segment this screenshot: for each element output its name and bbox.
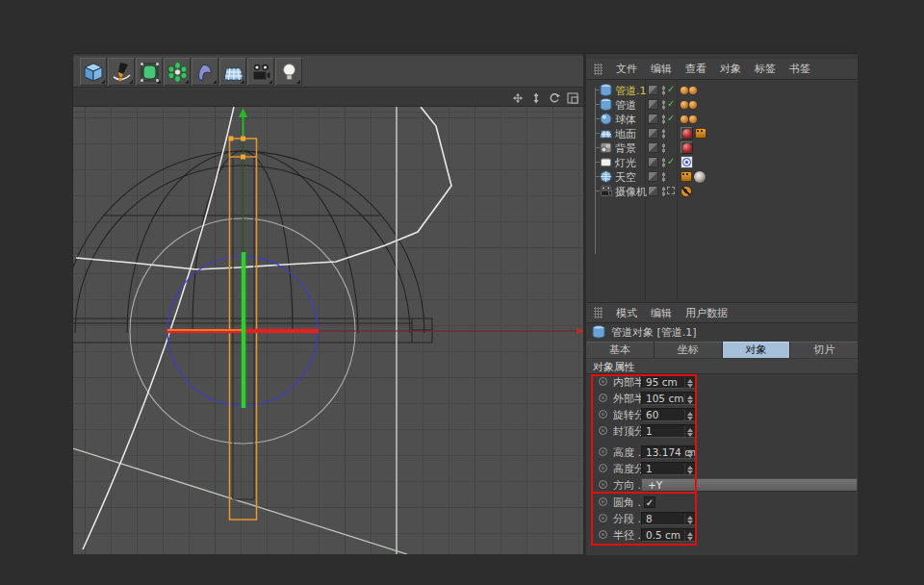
- pan-view-icon[interactable]: [512, 92, 524, 104]
- spinner-stepper[interactable]: [684, 426, 694, 438]
- visibility-dots[interactable]: [662, 86, 665, 95]
- keyframe-radio[interactable]: [599, 480, 607, 489]
- cap-segments-input[interactable]: 1: [641, 424, 696, 438]
- panel-grip-icon[interactable]: [594, 307, 603, 318]
- om-menu-bookmark[interactable]: 书签: [789, 62, 810, 76]
- object-row-camera[interactable]: 摄像机: [586, 184, 858, 198]
- object-name[interactable]: 摄像机: [615, 185, 647, 199]
- spline-pen-button[interactable]: [108, 58, 135, 86]
- floor-environment-button[interactable]: [219, 58, 246, 86]
- am-menu-edit[interactable]: 编辑: [651, 306, 672, 320]
- object-name[interactable]: 背景: [615, 141, 636, 156]
- object-row-sphere[interactable]: 球体 ✓: [586, 112, 858, 126]
- spinner-stepper[interactable]: [684, 464, 694, 475]
- array-generator-button[interactable]: [164, 58, 191, 86]
- visibility-dots[interactable]: [662, 114, 665, 124]
- keyframe-radio[interactable]: [599, 447, 607, 456]
- spinner-stepper[interactable]: [684, 377, 694, 389]
- om-menu-object[interactable]: 对象: [720, 62, 741, 76]
- keyframe-radio[interactable]: [599, 377, 607, 386]
- layer-toggle[interactable]: [648, 128, 658, 139]
- dolly-zoom-icon[interactable]: [530, 92, 542, 104]
- object-name[interactable]: 球体: [615, 113, 636, 127]
- rotate-view-icon[interactable]: [549, 92, 560, 104]
- enabled-check[interactable]: ✓: [667, 156, 675, 166]
- layer-toggle[interactable]: [648, 171, 658, 182]
- enabled-check[interactable]: ✓: [667, 113, 675, 123]
- keyframe-radio[interactable]: [599, 464, 607, 472]
- tab-slice[interactable]: 切片: [790, 342, 858, 358]
- outer-radius-input[interactable]: 105 cm: [641, 392, 696, 405]
- object-name[interactable]: 天空: [615, 170, 636, 185]
- protection-tag[interactable]: [680, 186, 692, 197]
- rotation-segments-input[interactable]: 60: [641, 408, 696, 421]
- light-button[interactable]: [275, 58, 302, 86]
- light-target-tag[interactable]: [680, 156, 693, 168]
- om-menu-tag[interactable]: 标签: [755, 62, 776, 76]
- fillet-radius-input[interactable]: 0.5 cm: [641, 528, 696, 542]
- object-row-tube[interactable]: 管道 ✓: [586, 97, 858, 112]
- visibility-dots[interactable]: [662, 187, 665, 196]
- camera-button[interactable]: [247, 58, 274, 86]
- object-row-light[interactable]: 灯光 ✓: [586, 155, 858, 169]
- spinner-stepper[interactable]: [684, 514, 694, 525]
- keyframe-radio[interactable]: [599, 426, 607, 435]
- keyframe-radio[interactable]: [599, 497, 607, 506]
- subdivision-surface-button[interactable]: [136, 58, 163, 86]
- object-name[interactable]: 灯光: [615, 156, 636, 170]
- compositing-tag[interactable]: [695, 128, 706, 139]
- tab-object[interactable]: 对象: [723, 342, 790, 358]
- object-name[interactable]: 管道.1: [615, 84, 647, 98]
- visibility-dots[interactable]: [662, 158, 665, 167]
- bend-deformer-button[interactable]: [192, 58, 218, 86]
- layer-toggle[interactable]: [648, 157, 658, 167]
- keyframe-radio[interactable]: [599, 394, 607, 402]
- enabled-check[interactable]: ✓: [667, 98, 675, 109]
- keyframe-radio[interactable]: [599, 530, 607, 539]
- material-tag[interactable]: [680, 127, 693, 140]
- panel-grip-icon[interactable]: [594, 64, 603, 75]
- visibility-dots[interactable]: [662, 143, 665, 153]
- tab-coordinates[interactable]: 坐标: [654, 342, 722, 358]
- enabled-check[interactable]: ✓: [667, 84, 675, 94]
- object-name[interactable]: 管道: [615, 98, 636, 113]
- spinner-stepper[interactable]: [684, 447, 694, 459]
- phong-tag[interactable]: [680, 87, 697, 94]
- om-menu-view[interactable]: 查看: [685, 62, 706, 76]
- object-row-floor[interactable]: 地面: [586, 126, 858, 140]
- om-menu-edit[interactable]: 编辑: [651, 62, 672, 76]
- layer-toggle[interactable]: [648, 85, 658, 95]
- phong-tag[interactable]: [680, 115, 697, 123]
- material-tag[interactable]: [680, 141, 693, 154]
- height-segments-input[interactable]: 1: [641, 462, 696, 475]
- object-row-tube1[interactable]: 管道.1 ✓: [586, 83, 858, 97]
- spinner-stepper[interactable]: [684, 530, 694, 542]
- visibility-dots[interactable]: [662, 100, 665, 110]
- phong-tag[interactable]: [680, 101, 697, 109]
- am-menu-userdata[interactable]: 用户数据: [685, 306, 728, 320]
- environment-texture-tag[interactable]: [694, 171, 706, 183]
- object-row-sky[interactable]: 天空: [586, 169, 858, 184]
- spinner-stepper[interactable]: [684, 410, 694, 421]
- tab-basic[interactable]: 基本: [586, 342, 654, 358]
- layer-toggle[interactable]: [648, 186, 658, 196]
- spinner-stepper[interactable]: [684, 394, 694, 405]
- visibility-dots[interactable]: [662, 129, 665, 139]
- toggle-view-icon[interactable]: [567, 92, 578, 104]
- object-name[interactable]: 地面: [615, 127, 636, 141]
- perspective-viewport[interactable]: [73, 107, 583, 554]
- inner-radius-input[interactable]: 95 cm: [641, 375, 696, 389]
- orientation-dropdown[interactable]: +Y: [641, 478, 858, 492]
- keyframe-radio[interactable]: [599, 410, 607, 419]
- layer-toggle[interactable]: [648, 114, 658, 124]
- cube-primitive-button[interactable]: [80, 58, 107, 86]
- compositing-tag[interactable]: [680, 171, 692, 182]
- visibility-dots[interactable]: [662, 172, 665, 182]
- y-axis-arrowhead[interactable]: [239, 108, 247, 117]
- keyframe-radio[interactable]: [599, 514, 607, 522]
- om-menu-file[interactable]: 文件: [616, 62, 637, 76]
- fillet-checkbox[interactable]: ✓: [644, 496, 655, 508]
- object-row-background[interactable]: 背景: [586, 140, 858, 155]
- fillet-segments-input[interactable]: 8: [641, 512, 696, 525]
- height-input[interactable]: 13.174 cm: [641, 445, 696, 459]
